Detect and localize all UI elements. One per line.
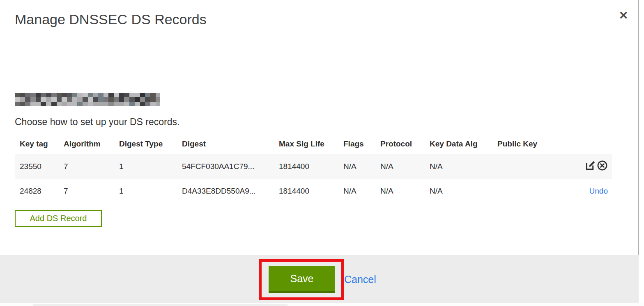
page-title: Manage DNSSEC DS Records — [15, 11, 207, 27]
cell-key-data-alg: N/A — [430, 187, 443, 195]
cell-digest-type: 1 — [119, 187, 124, 195]
col-header-key-tag: Key tag — [15, 135, 64, 154]
cell-key-tag: 23550 — [20, 162, 41, 171]
cell-protocol: N/A — [380, 187, 393, 195]
undo-link[interactable]: Undo — [589, 187, 608, 195]
col-header-public-key: Public Key — [497, 135, 555, 154]
col-header-digest: Digest — [182, 135, 279, 154]
cell-digest: D4A33E8DD550A9... — [182, 187, 256, 195]
table-row: 23550 7 1 54FCF030AA1C79... 1814400 N/A … — [15, 154, 612, 179]
col-header-protocol: Protocol — [380, 135, 430, 154]
cell-flags: N/A — [343, 187, 356, 195]
col-header-flags: Flags — [343, 135, 380, 154]
table-header-row: Key tag Algorithm Digest Type Digest Max… — [15, 135, 612, 154]
delete-circle-x-icon[interactable] — [597, 160, 608, 173]
background-page-ghost-text — [33, 304, 288, 306]
cell-algorithm: 7 — [64, 162, 68, 171]
col-header-digest-type: Digest Type — [119, 135, 182, 154]
table-row-deleted: 24828 7 1 D4A33E8DD550A9... 1814400 N/A … — [15, 179, 612, 204]
close-icon[interactable]: ✕ — [616, 8, 631, 23]
cell-digest: 54FCF030AA1C79... — [182, 162, 254, 171]
edit-icon[interactable] — [585, 160, 596, 173]
cell-algorithm: 7 — [64, 187, 68, 195]
cell-max-sig-life: 1814400 — [279, 162, 309, 171]
cell-flags: N/A — [343, 162, 356, 171]
col-header-max-sig-life: Max Sig Life — [279, 135, 343, 154]
col-header-algorithm: Algorithm — [64, 135, 119, 154]
manage-dnssec-modal: Manage DNSSEC DS Records ✕ Choose how to… — [0, 0, 639, 303]
cell-max-sig-life: 1814400 — [279, 187, 309, 195]
screenshot-stage: Manage DNSSEC DS Records ✕ Choose how to… — [0, 0, 644, 306]
col-header-key-data-alg: Key Data Alg — [430, 135, 497, 154]
instruction-text: Choose how to set up your DS records. — [15, 116, 179, 128]
col-header-actions — [555, 135, 612, 154]
save-button[interactable]: Save — [269, 266, 335, 293]
redacted-domain-name — [15, 93, 160, 106]
cell-key-tag: 24828 — [20, 187, 41, 195]
cell-protocol: N/A — [380, 162, 393, 171]
cell-digest-type: 1 — [119, 162, 124, 171]
ds-records-table: Key tag Algorithm Digest Type Digest Max… — [15, 135, 612, 204]
cancel-link[interactable]: Cancel — [344, 274, 376, 285]
cell-key-data-alg: N/A — [430, 162, 443, 171]
add-ds-record-button[interactable]: Add DS Record — [15, 210, 102, 227]
